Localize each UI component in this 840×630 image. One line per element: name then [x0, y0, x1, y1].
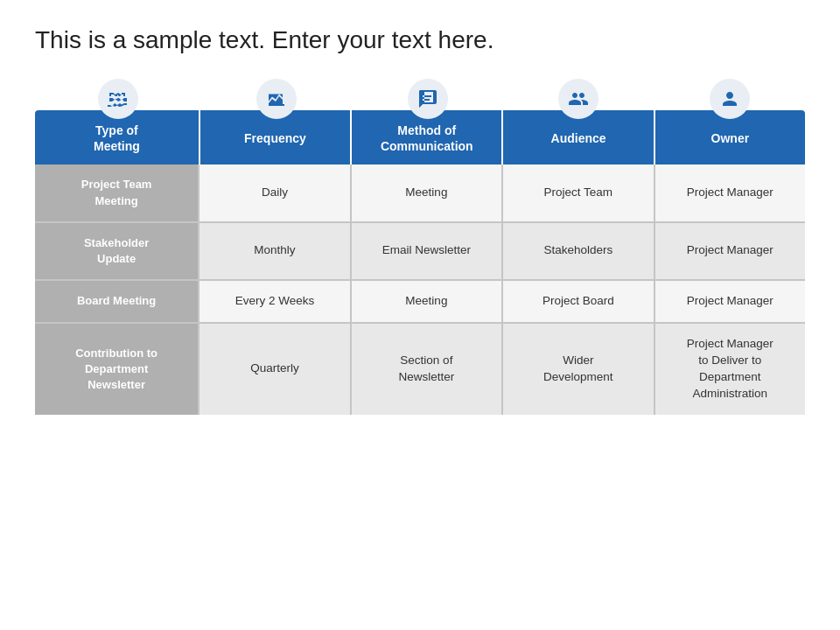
- table-row: Contribution toDepartmentNewsletter Quar…: [35, 324, 805, 415]
- cell-method-3: Meeting: [352, 281, 503, 322]
- data-rows: Project TeamMeeting Daily Meeting Projec…: [35, 164, 805, 414]
- people-icon: [558, 79, 598, 119]
- cell-audience-2: Stakeholders: [503, 223, 654, 279]
- cell-owner-4: Project Managerto Deliver toDepartmentAd…: [655, 324, 805, 415]
- cell-type-2: StakeholderUpdate: [35, 223, 200, 279]
- handshake-icon: [98, 79, 138, 119]
- cell-type-4: Contribution toDepartmentNewsletter: [35, 324, 200, 415]
- icon-cell-owner: [654, 79, 805, 110]
- cell-frequency-3: Every 2 Weeks: [200, 281, 351, 322]
- header-row: Type ofMeeting Frequency Method ofCommun…: [35, 110, 805, 164]
- cell-method-1: Meeting: [352, 164, 503, 220]
- cell-frequency-1: Daily: [200, 164, 351, 220]
- headline: This is a sample text. Enter your text h…: [35, 26, 805, 54]
- cell-type-1: Project TeamMeeting: [35, 164, 200, 220]
- cell-type-3: Board Meeting: [35, 281, 200, 322]
- table-row: Project TeamMeeting Daily Meeting Projec…: [35, 164, 805, 222]
- cell-audience-3: Project Board: [503, 281, 654, 322]
- cell-method-2: Email Newsletter: [352, 223, 503, 279]
- icon-cell-frequency: [201, 79, 353, 110]
- svg-rect-0: [269, 104, 284, 106]
- table-row: Board Meeting Every 2 Weeks Meeting Proj…: [35, 281, 805, 324]
- icon-row: [35, 79, 805, 110]
- chart-icon: [256, 79, 297, 119]
- chat-icon: [408, 79, 448, 119]
- icon-cell-type: [35, 79, 201, 110]
- cell-method-4: Section ofNewsletter: [352, 324, 503, 415]
- icon-cell-method: [352, 79, 503, 110]
- cell-frequency-4: Quarterly: [200, 324, 351, 415]
- icon-cell-audience: [503, 79, 654, 110]
- cell-owner-3: Project Manager: [655, 281, 805, 322]
- cell-audience-4: WiderDevelopment: [503, 324, 654, 415]
- cell-frequency-2: Monthly: [200, 223, 351, 279]
- cell-audience-1: Project Team: [503, 164, 654, 220]
- table-wrapper: Type ofMeeting Frequency Method ofCommun…: [35, 79, 805, 415]
- cell-owner-2: Project Manager: [655, 223, 805, 279]
- page: This is a sample text. Enter your text h…: [0, 0, 840, 630]
- person-icon: [710, 79, 750, 119]
- table-row: StakeholderUpdate Monthly Email Newslett…: [35, 223, 805, 281]
- cell-owner-1: Project Manager: [655, 164, 805, 220]
